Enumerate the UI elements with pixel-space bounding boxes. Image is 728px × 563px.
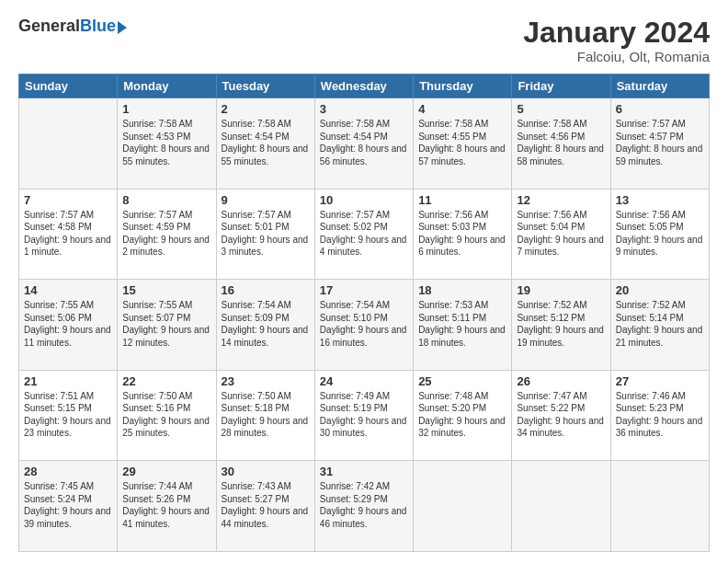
- day-number: 20: [616, 283, 704, 297]
- day-info: Sunrise: 7:57 AMSunset: 4:58 PMDaylight:…: [24, 209, 112, 259]
- calendar-cell: [19, 98, 118, 190]
- title-block: January 2024 Falcoiu, Olt, Romania: [523, 17, 710, 64]
- day-number: 1: [122, 102, 210, 116]
- calendar-cell: 12Sunrise: 7:56 AMSunset: 5:04 PMDayligh…: [512, 189, 610, 280]
- day-info: Sunrise: 7:56 AMSunset: 5:04 PMDaylight:…: [517, 209, 605, 259]
- calendar-cell: 23Sunrise: 7:50 AMSunset: 5:18 PMDayligh…: [216, 370, 314, 461]
- day-info: Sunrise: 7:58 AMSunset: 4:54 PMDaylight:…: [320, 118, 408, 167]
- day-number: 18: [418, 283, 506, 297]
- day-info: Sunrise: 7:58 AMSunset: 4:56 PMDaylight:…: [517, 118, 605, 167]
- calendar-cell: 30Sunrise: 7:43 AMSunset: 5:27 PMDayligh…: [216, 461, 314, 552]
- day-info: Sunrise: 7:49 AMSunset: 5:19 PMDaylight:…: [320, 390, 408, 440]
- day-info: Sunrise: 7:56 AMSunset: 5:03 PMDaylight:…: [418, 209, 506, 259]
- calendar-cell: 31Sunrise: 7:42 AMSunset: 5:29 PMDayligh…: [314, 461, 413, 552]
- calendar-cell: 27Sunrise: 7:46 AMSunset: 5:23 PMDayligh…: [610, 370, 709, 461]
- header-monday: Monday: [118, 75, 216, 98]
- header-thursday: Thursday: [414, 75, 512, 98]
- calendar-week-4: 28Sunrise: 7:45 AMSunset: 5:24 PMDayligh…: [19, 461, 710, 552]
- day-number: 15: [122, 283, 210, 297]
- day-number: 9: [222, 193, 310, 207]
- calendar-cell: 8Sunrise: 7:57 AMSunset: 4:59 PMDaylight…: [118, 189, 216, 280]
- calendar-cell: 4Sunrise: 7:58 AMSunset: 4:55 PMDaylight…: [414, 98, 512, 190]
- day-number: 10: [320, 193, 408, 207]
- calendar-cell: 2Sunrise: 7:58 AMSunset: 4:54 PMDaylight…: [216, 98, 314, 190]
- day-info: Sunrise: 7:52 AMSunset: 5:14 PMDaylight:…: [616, 299, 704, 349]
- calendar-cell: 20Sunrise: 7:52 AMSunset: 5:14 PMDayligh…: [610, 280, 709, 371]
- day-info: Sunrise: 7:46 AMSunset: 5:23 PMDaylight:…: [616, 390, 704, 440]
- day-number: 16: [222, 283, 310, 297]
- day-number: 17: [320, 283, 408, 297]
- calendar-cell: 22Sunrise: 7:50 AMSunset: 5:16 PMDayligh…: [118, 370, 216, 461]
- calendar-cell: 18Sunrise: 7:53 AMSunset: 5:11 PMDayligh…: [414, 280, 512, 371]
- location: Falcoiu, Olt, Romania: [523, 49, 710, 64]
- day-number: 2: [222, 102, 310, 116]
- calendar-cell: 3Sunrise: 7:58 AMSunset: 4:54 PMDaylight…: [314, 98, 413, 190]
- day-number: 29: [122, 465, 210, 478]
- day-number: 31: [320, 465, 408, 478]
- calendar-cell: 19Sunrise: 7:52 AMSunset: 5:12 PMDayligh…: [512, 280, 610, 371]
- day-info: Sunrise: 7:50 AMSunset: 5:18 PMDaylight:…: [222, 390, 310, 440]
- logo: General Blue: [18, 17, 127, 36]
- calendar-cell: 16Sunrise: 7:54 AMSunset: 5:09 PMDayligh…: [216, 280, 314, 371]
- day-number: 4: [418, 102, 506, 116]
- day-info: Sunrise: 7:58 AMSunset: 4:54 PMDaylight:…: [222, 118, 310, 167]
- day-number: 28: [24, 465, 112, 478]
- header-saturday: Saturday: [610, 75, 709, 98]
- day-number: 5: [517, 102, 605, 116]
- day-info: Sunrise: 7:54 AMSunset: 5:10 PMDaylight:…: [320, 299, 408, 349]
- day-info: Sunrise: 7:57 AMSunset: 4:59 PMDaylight:…: [122, 209, 210, 259]
- day-info: Sunrise: 7:55 AMSunset: 5:06 PMDaylight:…: [24, 299, 112, 349]
- day-info: Sunrise: 7:54 AMSunset: 5:09 PMDaylight:…: [222, 299, 310, 349]
- day-info: Sunrise: 7:44 AMSunset: 5:26 PMDaylight:…: [122, 480, 210, 530]
- calendar-cell: 15Sunrise: 7:55 AMSunset: 5:07 PMDayligh…: [118, 280, 216, 371]
- day-number: 3: [320, 102, 408, 116]
- day-number: 19: [517, 283, 605, 297]
- page: General Blue January 2024 Falcoiu, Olt, …: [0, 0, 728, 563]
- day-info: Sunrise: 7:53 AMSunset: 5:11 PMDaylight:…: [418, 299, 506, 349]
- day-number: 21: [24, 374, 112, 388]
- month-title: January 2024: [523, 17, 710, 49]
- calendar-week-0: 1Sunrise: 7:58 AMSunset: 4:53 PMDaylight…: [19, 98, 710, 190]
- day-number: 8: [122, 193, 210, 207]
- day-number: 27: [616, 374, 704, 388]
- calendar-cell: 10Sunrise: 7:57 AMSunset: 5:02 PMDayligh…: [314, 189, 413, 280]
- day-number: 14: [24, 283, 112, 297]
- day-number: 30: [222, 465, 310, 478]
- day-info: Sunrise: 7:47 AMSunset: 5:22 PMDaylight:…: [517, 390, 605, 440]
- day-number: 12: [517, 193, 605, 207]
- calendar-table: Sunday Monday Tuesday Wednesday Thursday…: [18, 74, 710, 552]
- calendar-cell: 11Sunrise: 7:56 AMSunset: 5:03 PMDayligh…: [414, 189, 512, 280]
- logo-blue-text: Blue: [80, 17, 116, 36]
- header: General Blue January 2024 Falcoiu, Olt, …: [18, 17, 710, 64]
- day-number: 24: [320, 374, 408, 388]
- day-info: Sunrise: 7:43 AMSunset: 5:27 PMDaylight:…: [222, 480, 310, 530]
- calendar-cell: 5Sunrise: 7:58 AMSunset: 4:56 PMDaylight…: [512, 98, 610, 190]
- calendar-week-3: 21Sunrise: 7:51 AMSunset: 5:15 PMDayligh…: [19, 370, 710, 461]
- header-tuesday: Tuesday: [216, 75, 314, 98]
- logo-general-text: General: [18, 17, 80, 36]
- day-info: Sunrise: 7:56 AMSunset: 5:05 PMDaylight:…: [616, 209, 704, 259]
- calendar-cell: [610, 461, 709, 552]
- day-number: 23: [222, 374, 310, 388]
- day-info: Sunrise: 7:57 AMSunset: 5:01 PMDaylight:…: [222, 209, 310, 259]
- calendar-cell: 13Sunrise: 7:56 AMSunset: 5:05 PMDayligh…: [610, 189, 709, 280]
- day-info: Sunrise: 7:55 AMSunset: 5:07 PMDaylight:…: [122, 299, 210, 349]
- day-info: Sunrise: 7:57 AMSunset: 4:57 PMDaylight:…: [616, 118, 704, 167]
- calendar-cell: 14Sunrise: 7:55 AMSunset: 5:06 PMDayligh…: [19, 280, 118, 371]
- calendar-week-1: 7Sunrise: 7:57 AMSunset: 4:58 PMDaylight…: [19, 189, 710, 280]
- day-info: Sunrise: 7:57 AMSunset: 5:02 PMDaylight:…: [320, 209, 408, 259]
- day-number: 7: [24, 193, 112, 207]
- day-info: Sunrise: 7:42 AMSunset: 5:29 PMDaylight:…: [320, 480, 408, 530]
- day-info: Sunrise: 7:45 AMSunset: 5:24 PMDaylight:…: [24, 480, 112, 530]
- calendar-cell: 17Sunrise: 7:54 AMSunset: 5:10 PMDayligh…: [314, 280, 413, 371]
- day-number: 6: [616, 102, 704, 116]
- calendar-cell: 21Sunrise: 7:51 AMSunset: 5:15 PMDayligh…: [19, 370, 118, 461]
- day-number: 25: [418, 374, 506, 388]
- calendar-cell: 1Sunrise: 7:58 AMSunset: 4:53 PMDaylight…: [118, 98, 216, 190]
- day-info: Sunrise: 7:48 AMSunset: 5:20 PMDaylight:…: [418, 390, 506, 440]
- day-info: Sunrise: 7:52 AMSunset: 5:12 PMDaylight:…: [517, 299, 605, 349]
- day-number: 13: [616, 193, 704, 207]
- calendar-cell: 24Sunrise: 7:49 AMSunset: 5:19 PMDayligh…: [314, 370, 413, 461]
- calendar-cell: 7Sunrise: 7:57 AMSunset: 4:58 PMDaylight…: [19, 189, 118, 280]
- day-number: 26: [517, 374, 605, 388]
